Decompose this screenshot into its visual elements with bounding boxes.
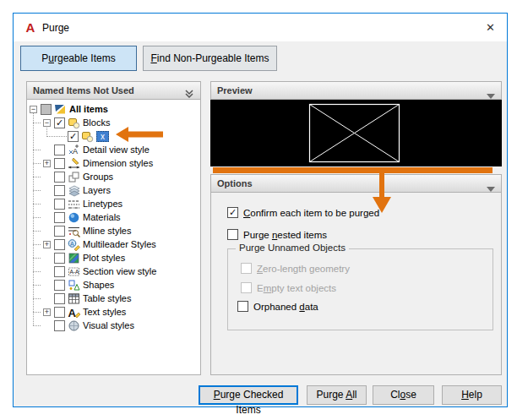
- tree-checkbox-dimension-styles[interactable]: [54, 158, 65, 169]
- tab-purgeable-items[interactable]: Purgeable Items: [20, 46, 137, 71]
- checkbox-label[interactable]: Confirm each item to be purged: [243, 207, 379, 219]
- tree-checkbox-visual-styles[interactable]: [54, 320, 65, 331]
- tree-item-mline-styles: Mline styles: [27, 225, 200, 238]
- tree-checkbox-mline-styles[interactable]: [54, 226, 65, 237]
- tree-label-shapes[interactable]: Shapes: [83, 280, 114, 291]
- tree-label-blocks[interactable]: Blocks: [83, 117, 110, 128]
- tree-checkbox-blocks[interactable]: ✓: [54, 117, 65, 128]
- purge-dialog: A Purge ✕ Purgeable Items Find Non-Purge…: [13, 13, 508, 407]
- tree-label-section-view-style[interactable]: Section view style: [83, 266, 156, 277]
- multileader-style-icon: A: [68, 238, 80, 251]
- annotation-bar: [213, 167, 493, 173]
- tree-label-text-styles[interactable]: Text styles: [83, 307, 126, 318]
- tree-checkbox-x[interactable]: ✓: [68, 131, 79, 142]
- tree-expander-minus-icon[interactable]: −: [30, 106, 37, 113]
- all-items-icon: [54, 103, 67, 116]
- tree-expander-plus-icon[interactable]: +: [43, 160, 51, 167]
- purge-all-button[interactable]: Purge All: [307, 385, 367, 405]
- tree-label-multileader-styles[interactable]: Multileader Styles: [83, 239, 156, 250]
- tree-checkbox-table-styles[interactable]: [54, 293, 65, 304]
- tree-checkbox-multileader-styles[interactable]: [54, 239, 65, 250]
- checkbox-orphaned-data[interactable]: [237, 301, 248, 312]
- window-title: Purge: [42, 22, 69, 34]
- groups-icon: [68, 171, 80, 183]
- svg-text:A-A: A-A: [70, 269, 80, 275]
- checkbox-confirm-each-item-to-be-purged[interactable]: ✓: [227, 207, 238, 218]
- tree-label-dimension-styles[interactable]: Dimension styles: [83, 158, 153, 169]
- tree-checkbox-linetypes[interactable]: [54, 199, 65, 210]
- tree-item-plot-styles: Plot styles: [27, 252, 200, 265]
- checkbox-purge-nested-items[interactable]: [227, 229, 238, 240]
- tab-find-non-purgeable-items[interactable]: Find Non-Purgeable Items: [143, 46, 277, 71]
- dimension-style-icon: [68, 157, 80, 170]
- tree-item-linetypes: Linetypes: [27, 198, 200, 211]
- tree-expander-plus-icon[interactable]: +: [43, 241, 51, 248]
- tree-checkbox-all-items[interactable]: [41, 104, 52, 115]
- tree-label-table-styles[interactable]: Table styles: [83, 293, 131, 304]
- tree-checkbox-detail-view-style[interactable]: [54, 145, 65, 155]
- tree-expander-minus-icon[interactable]: −: [43, 119, 51, 127]
- linetype-icon: [68, 198, 80, 210]
- tree-item-x: ✓x: [27, 130, 200, 144]
- help-button[interactable]: Help: [442, 385, 502, 405]
- block-icon: [81, 130, 94, 143]
- tree-item-materials: Materials: [27, 211, 200, 225]
- tree-item-layers: Layers: [27, 184, 200, 198]
- tree-label-visual-styles[interactable]: Visual styles: [83, 320, 134, 331]
- checkbox-label[interactable]: Purge nested items: [243, 229, 327, 241]
- tree-checkbox-shapes[interactable]: [54, 280, 65, 291]
- autocad-logo-icon: A: [24, 20, 37, 35]
- named-items-tree: −All items−✓Blocks✓xADetail view style+D…: [26, 100, 201, 375]
- tree-label-plot-styles[interactable]: Plot styles: [83, 253, 125, 264]
- mline-style-icon: [68, 225, 80, 237]
- tree-label-linetypes[interactable]: Linetypes: [83, 199, 122, 210]
- options-panel-header[interactable]: Options: [210, 174, 502, 193]
- screenshot-canvas: { "window": { "title": "Purge" }, "glyph…: [0, 0, 517, 420]
- annotation-arrow-down-icon: [373, 197, 391, 216]
- layers-icon: [68, 184, 80, 197]
- tree-checkbox-text-styles[interactable]: [54, 307, 65, 318]
- svg-text:A: A: [73, 147, 78, 155]
- checkbox-label: Zero-length geometry: [257, 263, 350, 275]
- tree-label-detail-view-style[interactable]: Detail view style: [83, 145, 150, 155]
- preview-panel-header[interactable]: Preview: [210, 81, 502, 100]
- tree-item-section-view-style: A-ASection view style: [27, 265, 200, 279]
- tree-checkbox-section-view-style[interactable]: [54, 266, 65, 277]
- tree-label-materials[interactable]: Materials: [83, 212, 121, 223]
- tree-label-layers[interactable]: Layers: [83, 185, 111, 196]
- tree-expander-plus-icon[interactable]: +: [43, 308, 51, 316]
- plot-style-icon: [68, 252, 80, 265]
- tree-item-visual-styles: Visual styles: [27, 319, 200, 333]
- checkbox-label: Empty text objects: [257, 282, 336, 294]
- svg-text:A: A: [70, 241, 74, 247]
- tree-label-groups[interactable]: Groups: [83, 172, 113, 183]
- annotation-connector: [379, 172, 384, 198]
- checkbox-label[interactable]: Orphaned data: [253, 301, 318, 313]
- tree-item-blocks: −✓Blocks: [27, 117, 200, 130]
- detail-view-style-icon: A: [68, 144, 80, 156]
- checkbox-zero-length-geometry: [241, 263, 252, 274]
- tree-checkbox-layers[interactable]: [54, 185, 65, 196]
- tree-item-detail-view-style: ADetail view style: [27, 144, 200, 157]
- tree-label-mline-styles[interactable]: Mline styles: [83, 226, 131, 237]
- tree-checkbox-plot-styles[interactable]: [54, 253, 65, 264]
- visual-style-icon: [68, 319, 80, 332]
- tree-label-all-items[interactable]: All items: [69, 104, 108, 115]
- close-icon[interactable]: ✕: [483, 20, 498, 35]
- purge-checked-items-button[interactable]: Purge Checked Items: [199, 385, 298, 405]
- tree-panel-header[interactable]: Named Items Not Used: [26, 81, 201, 100]
- tree-checkbox-groups[interactable]: [54, 172, 65, 183]
- group-label: Purge Unnamed Objects: [236, 243, 349, 253]
- block-preview: [210, 100, 502, 166]
- tree-label-x[interactable]: x: [96, 131, 109, 142]
- close-button[interactable]: Close: [373, 385, 434, 405]
- materials-icon: [68, 211, 80, 224]
- title-bar: A Purge ✕: [14, 14, 507, 41]
- tree-item-dimension-styles: +Dimension styles: [27, 157, 200, 171]
- shapes-icon: [68, 279, 80, 292]
- tree-checkbox-materials[interactable]: [54, 212, 65, 223]
- tree-item-text-styles: +AText styles: [27, 306, 200, 319]
- preview-image: [210, 100, 502, 166]
- options-panel-title: Options: [217, 178, 253, 188]
- section-view-style-icon: A-A: [68, 265, 80, 278]
